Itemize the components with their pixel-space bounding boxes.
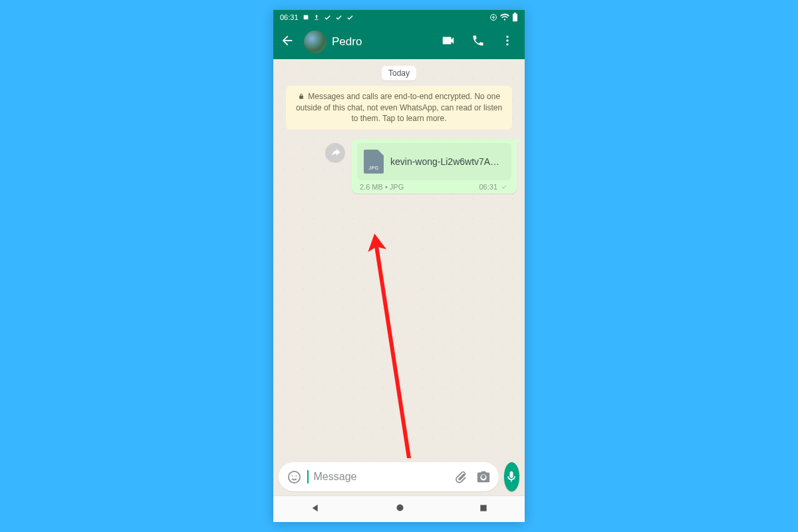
svg-point-12 bbox=[295, 475, 297, 476]
wifi-icon bbox=[500, 13, 509, 21]
time-text: 06:31 bbox=[479, 183, 497, 191]
text-caret bbox=[307, 470, 309, 483]
file-ext-badge: JPG bbox=[364, 166, 384, 170]
nav-home-button[interactable] bbox=[395, 503, 405, 515]
forward-button[interactable] bbox=[325, 143, 345, 163]
encryption-text: Messages and calls are end-to-end encryp… bbox=[296, 92, 502, 123]
svg-rect-14 bbox=[480, 505, 486, 511]
encryption-notice[interactable]: Messages and calls are end-to-end encryp… bbox=[286, 86, 512, 130]
message-field-wrap[interactable] bbox=[279, 462, 499, 491]
svg-marker-9 bbox=[368, 233, 386, 252]
file-type: JPG bbox=[390, 183, 404, 191]
file-type-icon: JPG bbox=[364, 150, 384, 174]
battery-icon bbox=[512, 13, 518, 22]
status-indicator-icon bbox=[303, 14, 309, 21]
attach-button[interactable] bbox=[452, 468, 469, 485]
file-size: 2.6 MB bbox=[360, 183, 383, 191]
check-icon bbox=[335, 14, 342, 21]
status-time: 06:31 bbox=[280, 13, 299, 21]
phone-frame: 06:31 Pedro Today bbox=[273, 10, 525, 522]
message-time: 06:31 bbox=[479, 183, 509, 191]
emoji-button[interactable] bbox=[285, 468, 303, 486]
avatar[interactable] bbox=[304, 31, 327, 53]
check-icon bbox=[324, 14, 331, 21]
svg-line-8 bbox=[376, 241, 414, 458]
voice-call-button[interactable] bbox=[466, 29, 490, 55]
svg-point-4 bbox=[506, 36, 508, 38]
date-pill: Today bbox=[382, 66, 416, 80]
contact-name[interactable]: Pedro bbox=[332, 35, 430, 49]
lock-icon bbox=[298, 92, 305, 102]
message-row: JPG kevin-wong-Li2w6wtv7Aw-… 2.6 MB • JP… bbox=[280, 139, 518, 194]
sent-check-icon bbox=[499, 184, 509, 190]
message-meta: 2.6 MB • JPG 06:31 bbox=[357, 180, 511, 191]
svg-rect-2 bbox=[513, 14, 517, 21]
svg-point-6 bbox=[506, 43, 508, 45]
nav-back-button[interactable] bbox=[311, 503, 321, 516]
svg-rect-3 bbox=[514, 13, 517, 14]
chat-header: Pedro bbox=[273, 25, 525, 59]
upload-icon bbox=[313, 14, 320, 21]
svg-point-5 bbox=[506, 39, 508, 41]
status-bar: 06:31 bbox=[273, 10, 525, 25]
svg-point-10 bbox=[289, 471, 300, 482]
camera-button[interactable] bbox=[475, 468, 492, 485]
svg-point-11 bbox=[292, 475, 293, 476]
more-menu-button[interactable] bbox=[495, 29, 519, 55]
system-nav-bar bbox=[273, 495, 525, 522]
svg-point-13 bbox=[396, 505, 403, 511]
message-bubble[interactable]: JPG kevin-wong-Li2w6wtv7Aw-… 2.6 MB • JP… bbox=[352, 139, 517, 194]
composer bbox=[273, 458, 525, 495]
check-icon bbox=[346, 14, 354, 21]
file-name: kevin-wong-Li2w6wtv7Aw-… bbox=[390, 156, 505, 167]
video-call-button[interactable] bbox=[436, 28, 461, 56]
message-input[interactable] bbox=[314, 471, 447, 483]
back-button[interactable] bbox=[276, 29, 299, 55]
nav-recents-button[interactable] bbox=[479, 503, 488, 515]
file-meta: 2.6 MB • JPG bbox=[360, 183, 404, 191]
annotation-arrow-icon bbox=[368, 233, 428, 458]
file-attachment[interactable]: JPG kevin-wong-Li2w6wtv7Aw-… bbox=[357, 143, 511, 180]
mic-button[interactable] bbox=[504, 462, 520, 491]
data-saver-icon bbox=[489, 13, 497, 21]
svg-rect-0 bbox=[303, 15, 308, 20]
chat-body[interactable]: Today Messages and calls are end-to-end … bbox=[273, 59, 525, 458]
